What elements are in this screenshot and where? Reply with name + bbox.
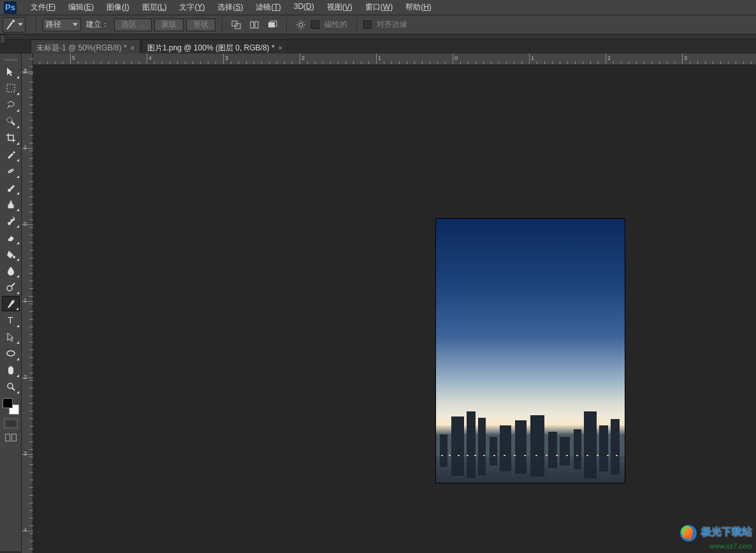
fg-color[interactable]	[3, 398, 13, 408]
svg-point-25	[7, 351, 15, 356]
svg-rect-6	[270, 21, 277, 26]
document-tab-0[interactable]: 未标题-1 @ 50%(RGB/8) *×	[31, 40, 140, 54]
active-tool-icon[interactable]	[3, 17, 25, 33]
image-skyline	[436, 405, 625, 456]
svg-point-7	[299, 23, 303, 27]
align-edges-checkbox[interactable]	[363, 20, 372, 29]
svg-rect-4	[255, 22, 258, 28]
mode-value: 路径	[46, 19, 61, 30]
build-label: 建立：	[86, 19, 109, 30]
document-canvas[interactable]	[436, 219, 625, 483]
svg-line-15	[303, 22, 305, 23]
menu-f[interactable]: 文件(F)	[24, 0, 62, 15]
clone-tool[interactable]	[2, 196, 20, 212]
svg-rect-5	[268, 22, 275, 27]
menu-i[interactable]: 图像(I)	[100, 0, 135, 15]
panel-dock-grip[interactable]	[0, 34, 5, 43]
path-select-tool[interactable]	[2, 329, 20, 344]
close-icon[interactable]: ×	[279, 44, 282, 52]
menu-e[interactable]: 编辑(E)	[62, 0, 100, 15]
menu-y[interactable]: 文字(Y)	[173, 0, 211, 15]
svg-rect-18	[7, 168, 14, 173]
svg-rect-16	[7, 84, 15, 92]
svg-point-19	[9, 171, 10, 172]
toolbox: T	[0, 54, 22, 551]
brush-tool[interactable]	[2, 180, 20, 195]
menu-s[interactable]: 选择(S)	[211, 0, 249, 15]
path-op1-icon[interactable]	[229, 18, 244, 31]
close-icon[interactable]: ×	[131, 44, 134, 52]
mode-dropdown[interactable]: 路径	[43, 18, 81, 31]
pen-tool[interactable]	[2, 296, 20, 311]
svg-line-12	[298, 22, 299, 23]
menu-h[interactable]: 帮助(H)	[399, 0, 438, 15]
move-tool[interactable]	[2, 64, 20, 79]
gear-icon[interactable]	[293, 18, 309, 31]
paint-bucket-tool[interactable]	[2, 246, 20, 262]
magnetic-label: 磁性的	[324, 19, 347, 30]
magnetic-checkbox[interactable]	[311, 20, 319, 29]
tab-label: 图片1.png @ 100% (图层 0, RGB/8) *	[147, 43, 275, 54]
healing-tool[interactable]	[2, 163, 20, 179]
options-bar: 路径 建立： 选区 ... 蒙版 形状 磁性的 对齐边缘	[0, 15, 756, 34]
blur-tool[interactable]	[2, 263, 20, 278]
path-align-icon[interactable]	[247, 18, 262, 31]
menu-bar: Ps 文件(F)编辑(E)图像(I)图层(L)文字(Y)选择(S)滤镜(T)3D…	[0, 0, 756, 15]
app-logo: Ps	[4, 1, 17, 14]
svg-point-20	[11, 170, 13, 171]
ruler-vertical[interactable]: 20112234	[22, 54, 33, 553]
path-arrange-icon[interactable]	[265, 18, 280, 31]
screenmode-toggle[interactable]	[4, 432, 18, 443]
shape-button[interactable]: 形状	[186, 18, 215, 31]
watermark-text-1: 极光下载站	[701, 526, 752, 537]
work-area: 0112233445 20112234	[22, 54, 756, 553]
menu-w[interactable]: 窗口(W)	[359, 0, 399, 15]
dodge-tool[interactable]	[2, 279, 20, 295]
image-water	[436, 456, 625, 483]
svg-point-21	[13, 256, 15, 258]
hand-tool[interactable]	[2, 362, 20, 378]
selection-button[interactable]: 选区 ...	[114, 18, 152, 31]
svg-text:T: T	[8, 315, 13, 325]
divider-strip	[0, 34, 756, 40]
svg-point-22	[7, 286, 12, 291]
menu-l[interactable]: 图层(L)	[136, 0, 173, 15]
watermark-text-2: www.xz7.com	[709, 542, 752, 550]
toolbox-grip[interactable]	[0, 56, 21, 63]
eyedropper-tool[interactable]	[2, 147, 20, 162]
menu-v[interactable]: 视图(V)	[321, 0, 359, 15]
menu-t[interactable]: 滤镜(T)	[249, 0, 287, 15]
mask-button[interactable]: 蒙版	[154, 18, 184, 31]
type-tool[interactable]: T	[2, 313, 20, 328]
menu-d[interactable]: 3D(D)	[287, 0, 321, 15]
rect-marquee-tool[interactable]	[2, 80, 20, 96]
svg-point-23	[12, 300, 14, 302]
document-tabs: 未标题-1 @ 50%(RGB/8) *×图片1.png @ 100% (图层 …	[31, 40, 288, 54]
svg-point-0	[12, 20, 15, 22]
svg-point-17	[7, 117, 12, 122]
svg-line-14	[298, 27, 299, 28]
watermark-logo-icon	[680, 525, 697, 542]
quick-select-tool[interactable]	[2, 114, 20, 129]
history-brush-tool[interactable]	[2, 213, 20, 228]
svg-rect-2	[235, 24, 240, 29]
zoom-tool[interactable]	[2, 379, 20, 394]
document-tab-1[interactable]: 图片1.png @ 100% (图层 0, RGB/8) *×	[142, 40, 288, 54]
svg-rect-3	[251, 22, 254, 28]
svg-point-26	[8, 383, 13, 388]
eraser-tool[interactable]	[2, 230, 20, 245]
ellipse-tool[interactable]	[2, 346, 20, 361]
watermark: 极光下载站 www.xz7.com	[680, 525, 752, 550]
align-edges-label: 对齐边缘	[377, 19, 407, 30]
tab-label: 未标题-1 @ 50%(RGB/8) *	[36, 43, 127, 54]
ruler-horizontal[interactable]: 0112233445	[33, 54, 756, 65]
crop-tool[interactable]	[2, 130, 20, 145]
color-swatches[interactable]	[3, 398, 19, 415]
svg-line-13	[303, 27, 305, 28]
lasso-tool[interactable]	[2, 97, 20, 112]
svg-rect-1	[232, 21, 237, 26]
quickmask-toggle[interactable]	[4, 418, 18, 429]
chevron-down-icon	[73, 23, 78, 26]
